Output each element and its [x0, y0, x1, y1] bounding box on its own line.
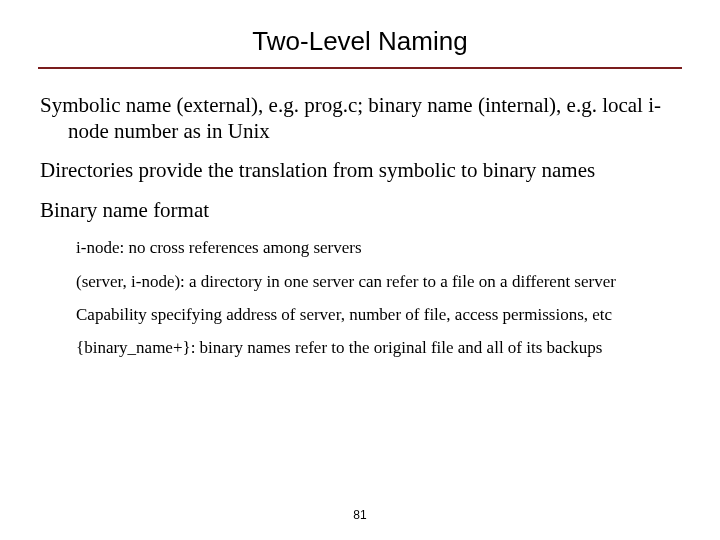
page-number: 81	[0, 508, 720, 522]
bullet-level2: (server, i-node): a directory in one ser…	[40, 271, 680, 292]
bullet-level2: i-node: no cross references among server…	[40, 237, 680, 258]
slide: Two-Level Naming Symbolic name (external…	[0, 0, 720, 540]
title-divider	[38, 67, 682, 69]
bullet-level1: Symbolic name (external), e.g. prog.c; b…	[40, 93, 680, 144]
bullet-level2: Capability specifying address of server,…	[40, 304, 680, 325]
bullet-level1: Binary name format	[40, 198, 680, 224]
slide-title: Two-Level Naming	[38, 26, 682, 57]
slide-body: Symbolic name (external), e.g. prog.c; b…	[38, 93, 682, 358]
bullet-level1: Directories provide the translation from…	[40, 158, 680, 184]
bullet-level2: {binary_name+}: binary names refer to th…	[40, 337, 680, 358]
